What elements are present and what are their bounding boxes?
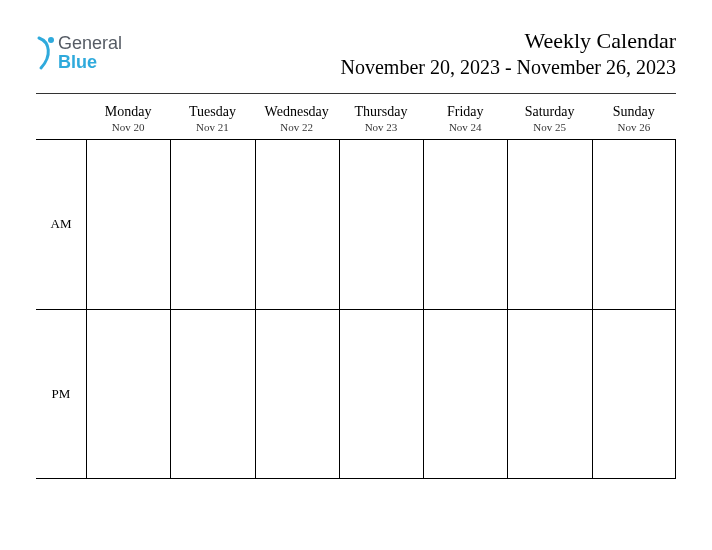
day-headers-row: Monday Nov 20 Tuesday Nov 21 Wednesday N… — [86, 102, 676, 139]
calendar-grid — [86, 139, 676, 479]
header-row: General Blue Weekly Calendar November 20… — [36, 28, 676, 79]
day-name: Tuesday — [170, 104, 254, 120]
period-pm: PM — [36, 309, 86, 480]
day-name: Monday — [86, 104, 170, 120]
day-date: Nov 25 — [507, 121, 591, 133]
day-name: Sunday — [592, 104, 676, 120]
day-date: Nov 26 — [592, 121, 676, 133]
day-header: Friday Nov 24 — [423, 102, 507, 139]
svg-point-0 — [48, 37, 54, 43]
calendar-cell — [423, 139, 507, 309]
day-header: Saturday Nov 25 — [507, 102, 591, 139]
day-name: Wednesday — [255, 104, 339, 120]
logo-text-general: General — [58, 33, 122, 53]
day-date: Nov 22 — [255, 121, 339, 133]
logo-text: General Blue — [58, 34, 122, 72]
calendar-cell — [255, 309, 339, 479]
period-am: AM — [36, 139, 86, 309]
calendar-cell — [592, 139, 676, 309]
day-name: Friday — [423, 104, 507, 120]
day-header: Wednesday Nov 22 — [255, 102, 339, 139]
day-name: Thursday — [339, 104, 423, 120]
day-header: Sunday Nov 26 — [592, 102, 676, 139]
calendar-cell — [170, 139, 254, 309]
day-date: Nov 23 — [339, 121, 423, 133]
day-header: Monday Nov 20 — [86, 102, 170, 139]
day-name: Saturday — [507, 104, 591, 120]
logo: General Blue — [36, 28, 122, 72]
period-labels: AM PM — [36, 139, 86, 479]
calendar-cell — [86, 309, 170, 479]
logo-text-blue: Blue — [58, 52, 97, 72]
calendar-cell — [86, 139, 170, 309]
calendar-cell — [507, 139, 591, 309]
title-block: Weekly Calendar November 20, 2023 - Nove… — [341, 28, 677, 79]
calendar-cell — [339, 139, 423, 309]
calendar-cell — [339, 309, 423, 479]
date-range: November 20, 2023 - November 26, 2023 — [341, 56, 677, 79]
divider — [36, 93, 676, 94]
calendar-cell — [592, 309, 676, 479]
day-date: Nov 20 — [86, 121, 170, 133]
grid-wrap: AM PM — [36, 139, 676, 479]
calendar-cell — [170, 309, 254, 479]
day-date: Nov 24 — [423, 121, 507, 133]
day-header: Thursday Nov 23 — [339, 102, 423, 139]
page-title: Weekly Calendar — [341, 28, 677, 54]
calendar-cell — [423, 309, 507, 479]
calendar: Monday Nov 20 Tuesday Nov 21 Wednesday N… — [36, 102, 676, 479]
calendar-cell — [507, 309, 591, 479]
calendar-cell — [255, 139, 339, 309]
day-header: Tuesday Nov 21 — [170, 102, 254, 139]
logo-swoosh-icon — [36, 34, 56, 72]
day-date: Nov 21 — [170, 121, 254, 133]
